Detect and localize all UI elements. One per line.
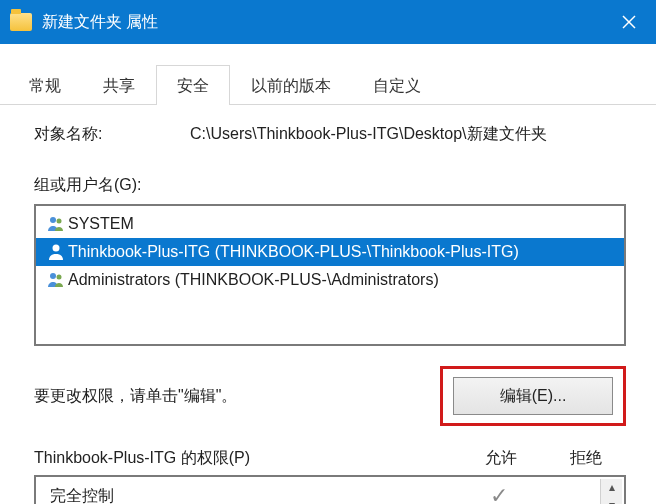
object-name-label: 对象名称: (34, 124, 190, 145)
list-item[interactable]: Administrators (THINKBOOK-PLUS-\Administ… (36, 266, 624, 294)
tab-previous-versions[interactable]: 以前的版本 (230, 65, 352, 105)
window-title: 新建文件夹 属性 (42, 12, 158, 33)
users-icon (44, 214, 68, 234)
permissions-header: Thinkbook-Plus-ITG 的权限(P) 允许 拒绝 (34, 448, 626, 469)
permissions-list: 完全控制 ✓ ▴ ▾ (34, 475, 626, 504)
close-icon (622, 15, 636, 29)
tab-general[interactable]: 常规 (8, 65, 82, 105)
scroll-down-icon[interactable]: ▾ (609, 497, 615, 504)
tab-label: 安全 (177, 77, 209, 94)
edit-row: 要更改权限，请单击"编辑"。 编辑(E)... (34, 366, 626, 426)
permission-allow-cell: ✓ (454, 483, 544, 504)
svg-point-4 (53, 245, 60, 252)
groups-label: 组或用户名(G): (34, 175, 626, 196)
tab-share[interactable]: 共享 (82, 65, 156, 105)
close-button[interactable] (602, 0, 656, 44)
edit-button[interactable]: 编辑(E)... (453, 377, 613, 415)
tab-label: 自定义 (373, 77, 421, 94)
edit-hint: 要更改权限，请单击"编辑"。 (34, 386, 440, 407)
security-panel: 对象名称: C:\Users\Thinkbook-Plus-ITG\Deskto… (0, 106, 656, 504)
tab-customize[interactable]: 自定义 (352, 65, 442, 105)
permission-row-name: 完全控制 (50, 486, 454, 505)
scroll-up-icon[interactable]: ▴ (609, 479, 615, 495)
list-item[interactable]: Thinkbook-Plus-ITG (THINKBOOK-PLUS-\Thin… (36, 238, 624, 266)
list-item[interactable]: SYSTEM (36, 210, 624, 238)
list-item-label: Thinkbook-Plus-ITG (THINKBOOK-PLUS-\Thin… (68, 240, 519, 264)
list-item-label: Administrators (THINKBOOK-PLUS-\Administ… (68, 268, 439, 292)
titlebar: 新建文件夹 属性 (0, 0, 656, 44)
svg-point-5 (50, 273, 56, 279)
allow-column-header: 允许 (456, 448, 546, 469)
folder-icon (10, 13, 32, 31)
tab-label: 共享 (103, 77, 135, 94)
tabs: 常规 共享 安全 以前的版本 自定义 (0, 58, 656, 106)
edit-button-highlight: 编辑(E)... (440, 366, 626, 426)
object-name-value: C:\Users\Thinkbook-Plus-ITG\Desktop\新建文件… (190, 124, 626, 145)
tab-security[interactable]: 安全 (156, 65, 230, 105)
tab-label: 以前的版本 (251, 77, 331, 94)
edit-button-label: 编辑(E)... (500, 387, 567, 404)
svg-point-3 (57, 219, 62, 224)
svg-point-6 (57, 275, 62, 280)
object-name-row: 对象名称: C:\Users\Thinkbook-Plus-ITG\Deskto… (34, 124, 626, 145)
user-icon (44, 242, 68, 262)
list-item-label: SYSTEM (68, 212, 134, 236)
deny-column-header: 拒绝 (546, 448, 626, 469)
users-icon (44, 270, 68, 290)
groups-listbox[interactable]: SYSTEM Thinkbook-Plus-ITG (THINKBOOK-PLU… (34, 204, 626, 346)
svg-point-2 (50, 217, 56, 223)
scrollbar[interactable]: ▴ ▾ (600, 479, 622, 504)
tab-label: 常规 (29, 77, 61, 94)
permissions-title: Thinkbook-Plus-ITG 的权限(P) (34, 448, 456, 469)
